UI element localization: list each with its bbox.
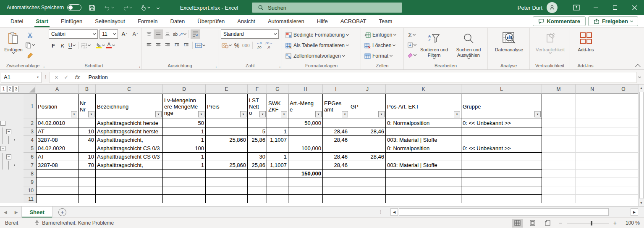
cell-A6[interactable]: AT	[36, 153, 79, 161]
ribbon-tab-formeln[interactable]: Formeln	[131, 15, 164, 27]
cell-D9[interactable]	[163, 178, 206, 186]
column-header-O[interactable]: O	[609, 85, 638, 94]
touch-mouse-mode-button[interactable]	[139, 2, 151, 13]
sort-filter-button[interactable]: AZ Sortieren und Filtern	[417, 29, 451, 61]
row-header-9[interactable]: 9	[24, 178, 36, 186]
filter-button-H[interactable]: ▾	[315, 111, 322, 117]
undo-button[interactable]	[103, 2, 115, 13]
filter-button-K[interactable]: ▾	[454, 111, 460, 117]
cell-L11[interactable]	[461, 195, 542, 203]
cell-K11[interactable]	[386, 195, 461, 203]
cell-J4[interactable]	[349, 136, 386, 144]
ribbon-tab-acrobat[interactable]: ACROBAT	[334, 15, 373, 27]
cell-F2[interactable]	[248, 119, 267, 127]
cell-L9[interactable]	[461, 178, 542, 186]
scroll-down-icon[interactable]: ▼	[639, 199, 644, 206]
cell-K8[interactable]	[386, 170, 461, 178]
fill-button[interactable]	[406, 40, 417, 50]
cell-K4[interactable]: 003: Material | Stoffe	[386, 136, 461, 144]
column-header-D[interactable]: D	[163, 85, 206, 94]
cell-D4[interactable]: 1	[163, 136, 206, 144]
cell-E7[interactable]: 25,860	[206, 161, 248, 170]
zoom-slider[interactable]	[567, 223, 609, 223]
normal-view-button[interactable]	[512, 219, 523, 228]
row-header-2[interactable]: 2	[24, 119, 36, 127]
cell-O1[interactable]	[609, 94, 638, 119]
cell-I3[interactable]: 28,46	[323, 127, 349, 136]
ribbon-tab-daten[interactable]: Daten	[164, 15, 191, 27]
outline-level-button-3[interactable]: 3	[13, 86, 19, 92]
cell-D3[interactable]: 1	[163, 127, 206, 136]
cell-K1[interactable]: Pos-Art. EKT▾	[386, 94, 461, 119]
cell-H2[interactable]: 50,000	[288, 119, 323, 127]
cell-N3[interactable]	[576, 127, 609, 136]
cell-C4[interactable]: Asphalttragschicht,	[96, 136, 163, 144]
comments-button[interactable]: Kommentare	[533, 16, 585, 26]
cell-N8[interactable]	[576, 170, 609, 178]
cell-A4[interactable]: 3287-08	[36, 136, 79, 144]
number-format-combo[interactable]: Standard	[221, 29, 279, 39]
cell-D6[interactable]: 1	[163, 153, 206, 161]
column-header-B[interactable]: B	[79, 85, 96, 94]
cell-J3[interactable]: 28,46	[349, 127, 386, 136]
cell-A10[interactable]	[36, 186, 79, 195]
name-box-dropdown-icon[interactable]: ▾	[37, 75, 39, 79]
cell-L8[interactable]	[461, 170, 542, 178]
font-name-combo[interactable]: Calibri	[49, 29, 98, 39]
clear-button[interactable]	[406, 50, 417, 60]
cell-G9[interactable]	[267, 178, 288, 186]
cell-G8[interactable]	[267, 170, 288, 178]
cell-L4[interactable]	[461, 136, 542, 144]
cell-D8[interactable]	[163, 170, 206, 178]
zoom-slider-thumb[interactable]	[591, 221, 592, 225]
search-box[interactable]: Suchen	[252, 3, 402, 13]
merge-center-button[interactable]	[194, 41, 206, 50]
ribbon-tab-seitenlayout[interactable]: Seitenlayout	[89, 15, 131, 27]
cell-J10[interactable]	[349, 186, 386, 195]
cell-F11[interactable]	[248, 195, 267, 203]
cell-I8[interactable]	[323, 170, 349, 178]
cell-O7[interactable]	[609, 161, 638, 170]
borders-button[interactable]	[80, 41, 91, 50]
ribbon-tab-datei[interactable]: Datei	[4, 15, 29, 27]
cell-D2[interactable]: 50	[163, 119, 206, 127]
row-header-8[interactable]: 8	[24, 170, 36, 178]
cell-I9[interactable]	[323, 178, 349, 186]
align-right-button[interactable]	[163, 41, 172, 50]
cell-E10[interactable]	[206, 186, 248, 195]
row-header-10[interactable]: 10	[24, 186, 36, 195]
page-layout-view-button[interactable]	[527, 219, 538, 228]
cell-L7[interactable]	[461, 161, 542, 170]
autosave-toggle[interactable]	[67, 4, 81, 11]
cell-E2[interactable]	[206, 119, 248, 127]
cell-G11[interactable]	[267, 195, 288, 203]
cell-J1[interactable]: GP▾	[349, 94, 386, 119]
cell-A2[interactable]: 04.02.0010	[36, 119, 79, 127]
scroll-up-icon[interactable]: ▲	[639, 85, 644, 91]
cell-K2[interactable]: 0: Normalposition	[386, 119, 461, 127]
cell-C2[interactable]: Asphalttragschicht herste	[96, 119, 163, 127]
align-center-button[interactable]	[154, 41, 163, 50]
cell-styles-button[interactable]: Zellenformatvorlagen	[285, 51, 359, 61]
cell-A1[interactable]: Position▾	[36, 94, 79, 119]
ribbon-tab-einfügen[interactable]: Einfügen	[55, 15, 89, 27]
italic-button[interactable]: K	[58, 41, 67, 50]
sensitivity-button[interactable]: Vertraulichkeit	[532, 29, 568, 61]
zoom-in-button[interactable]: +	[612, 220, 618, 226]
row-header-1[interactable]: 1	[24, 94, 36, 119]
cell-A3[interactable]: AT	[36, 127, 79, 136]
cut-button[interactable]	[24, 30, 35, 40]
cell-K9[interactable]	[386, 178, 461, 186]
formula-bar-splitter[interactable]: ⁞	[45, 74, 46, 80]
filter-button-A[interactable]: ▾	[71, 111, 77, 117]
filter-button-F[interactable]: ▾	[259, 111, 266, 117]
cell-D7[interactable]: 1	[163, 161, 206, 170]
cell-C1[interactable]: Bezeichnung▾	[96, 94, 163, 119]
select-all-button[interactable]	[29, 87, 35, 93]
formula-input[interactable]: Position	[85, 72, 637, 83]
copy-button[interactable]	[24, 40, 35, 50]
clipboard-dialog-launcher[interactable]: ⌟	[42, 65, 45, 68]
cell-O2[interactable]	[609, 119, 638, 127]
cell-H10[interactable]	[288, 186, 323, 195]
column-header-K[interactable]: K	[386, 85, 461, 94]
